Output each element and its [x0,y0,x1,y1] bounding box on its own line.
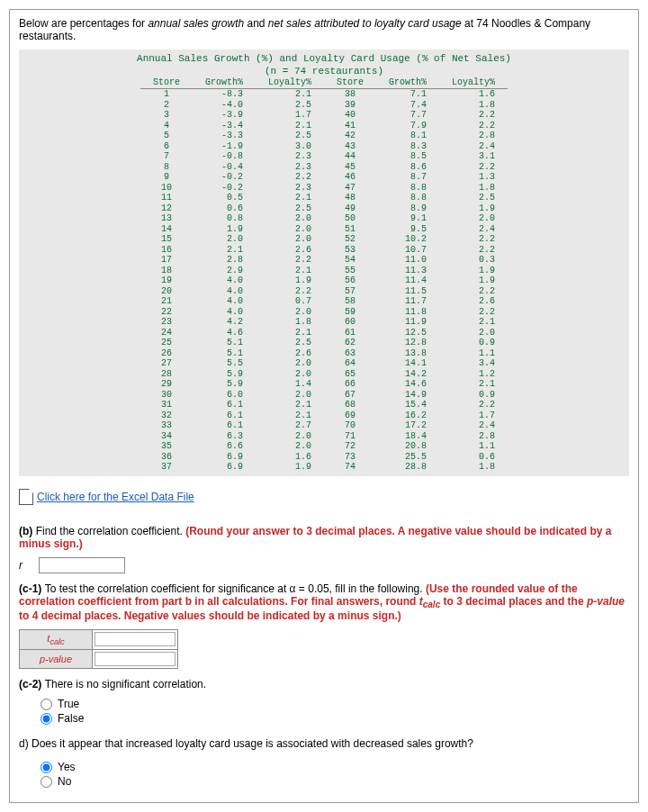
table-row: 120.62.5498.91.9 [140,203,508,214]
cell: 66 [324,379,376,390]
cell: 2.0 [256,213,324,224]
table-row: 326.12.16916.21.7 [140,411,508,421]
cell: 2.1 [256,193,324,203]
table-row: 234.21.86011.92.1 [140,317,508,328]
cell: 2.1 [256,89,324,100]
cell: 11.3 [376,266,439,276]
cell: 41 [324,121,376,131]
cell: 2.3 [256,162,324,173]
table-row: 285.92.06514.21.2 [140,369,508,380]
cell: 2.0 [256,358,324,369]
cell: 4.6 [193,328,256,338]
cell: 63 [324,348,376,359]
table-row: 336.12.77017.22.4 [140,420,508,431]
cell: 71 [324,431,376,442]
cell: 2.4 [439,141,508,152]
cell: 2.1 [439,379,508,390]
intro-prefix: Below are percentages for [19,17,148,30]
cell: 7 [140,151,193,162]
cell: 2.1 [256,266,324,276]
cell: 56 [324,275,376,286]
cell: 4.0 [193,275,256,286]
cell: 10.7 [376,245,439,256]
cell: 72 [324,441,376,452]
cell: 5.9 [193,369,256,380]
cell: 2.0 [256,431,324,442]
cell: 14 [140,224,193,235]
radio-no[interactable] [40,776,52,788]
r-input[interactable] [39,557,125,573]
table-subtitle: (n = 74 restaurants) [19,66,629,77]
option-false-row[interactable]: False [40,712,629,725]
option-true-row[interactable]: True [40,698,629,710]
cell: 15 [140,234,193,245]
cell: 46 [324,172,376,183]
tcalc-input[interactable] [94,632,176,646]
intro-em1: annual sales growth [148,17,244,30]
table-row: 182.92.15511.31.9 [140,266,508,276]
cell: 2.6 [256,348,324,359]
option-yes-row[interactable]: Yes [40,761,629,773]
cell: 42 [324,131,376,141]
cell: 0.3 [439,255,508,266]
cell: 67 [324,390,376,401]
cell: 0.8 [193,213,256,224]
intro-text: Below are percentages for annual sales g… [19,17,629,42]
th-store-right: Store [324,77,376,89]
option-no-row[interactable]: No [40,775,629,788]
cell: 0.9 [439,338,508,348]
cell: 2.0 [256,234,324,245]
cell: 2.2 [439,110,508,121]
cell: 8.7 [376,172,439,183]
question-b: (b) Find the correlation coefficient. (R… [19,525,629,550]
cell: 20.8 [376,441,439,452]
table-row: 152.02.05210.22.2 [140,234,508,245]
cell: 61 [324,328,376,338]
question-c1: (c-1) To test the correlation coefficien… [19,582,629,622]
cell: 2.6 [439,296,508,307]
cell: -3.4 [193,121,256,131]
tcalc-label: tcalc [20,629,93,649]
excel-link-text: Click here for the Excel Data File [37,491,194,503]
cell: 2.2 [439,400,508,411]
cell: -8.3 [193,89,256,100]
cell: 5.1 [193,348,256,359]
th-loyalty-right: Loyalty% [439,77,508,89]
cell: 24 [140,328,193,338]
cell: -0.2 [193,172,256,183]
table-row: 10-0.22.3478.81.8 [140,183,508,194]
cell: 2.1 [256,328,324,338]
radio-yes[interactable] [40,762,52,773]
cell: 1.8 [439,183,508,194]
cell: 65 [324,369,376,380]
cell: 1.6 [256,452,324,463]
cell: 2.0 [256,390,324,401]
cell: 1.9 [256,462,324,473]
cell: 2.2 [439,307,508,318]
cell: 2.6 [256,245,324,256]
cell: 8.1 [376,131,439,141]
radio-true[interactable] [40,699,52,710]
cell: 59 [324,307,376,318]
cell: 2.5 [256,338,324,348]
intro-em2: net sales attributed to loyalty card usa… [268,17,462,30]
q-d-prefix: d) [19,737,32,750]
cell: 2.1 [193,245,256,256]
cell: 1.8 [439,100,508,111]
cell: 49 [324,203,376,214]
cell: 4.2 [193,317,256,328]
r-input-row: r [19,557,629,573]
cell: 8.9 [376,203,439,214]
question-c2: (c-2) There is no significant correlatio… [19,678,629,725]
cell: 37 [140,462,193,473]
cell: 7.9 [376,121,439,131]
cell: 19 [140,275,193,286]
pvalue-input[interactable] [94,652,176,666]
th-store-left: Store [140,77,193,89]
cell: 6 [140,141,193,152]
radio-false[interactable] [40,713,52,725]
cell: 2.0 [256,369,324,380]
cell: 1.4 [256,379,324,390]
excel-data-link[interactable]: Click here for the Excel Data File [19,489,194,505]
cell: 1.2 [439,369,508,380]
